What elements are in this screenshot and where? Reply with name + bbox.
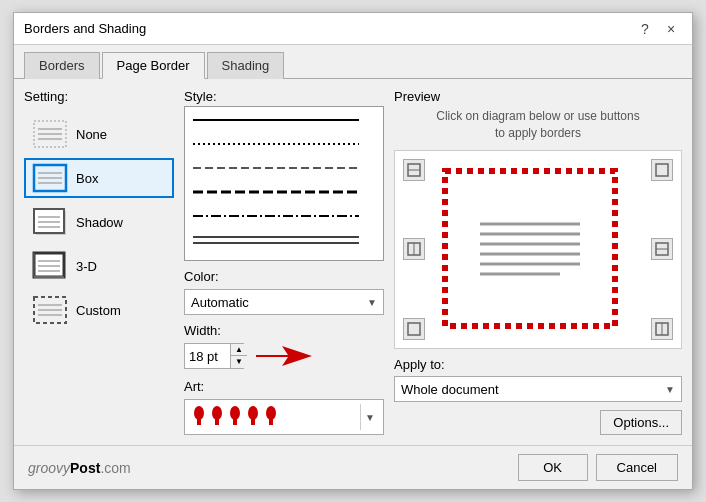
apply-to-dropdown-arrow: ▼ <box>665 384 675 395</box>
options-button[interactable]: Options... <box>600 410 682 435</box>
dialog-body: Setting: None <box>14 79 692 445</box>
borders-and-shading-dialog: Borders and Shading ? × Borders Page Bor… <box>13 12 693 490</box>
tab-page-border[interactable]: Page Border <box>102 52 205 79</box>
art-dropdown-arrow[interactable]: ▼ <box>360 404 379 430</box>
width-section: Width: ▲ ▼ <box>184 323 384 369</box>
svg-rect-48 <box>408 323 420 335</box>
art-preview-container: ▼ <box>184 399 384 435</box>
style-double[interactable] <box>189 231 379 249</box>
style-dash-dot[interactable] <box>189 207 379 225</box>
width-label: Width: <box>184 323 384 338</box>
tab-bar: Borders Page Border Shading <box>14 45 692 79</box>
preview-border-svg <box>395 151 681 348</box>
border-btn-bottom-left[interactable] <box>403 318 425 340</box>
svg-rect-32 <box>197 417 201 425</box>
none-icon <box>32 119 68 149</box>
watermark-text: groovyPost.com <box>28 460 131 476</box>
svg-rect-40 <box>269 417 273 425</box>
setting-label: Setting: <box>24 89 174 104</box>
setting-custom-label: Custom <box>76 303 121 318</box>
width-input[interactable] <box>185 344 230 368</box>
setting-none[interactable]: None <box>24 114 174 154</box>
title-bar: Borders and Shading ? × <box>14 13 692 45</box>
svg-rect-43 <box>656 164 668 176</box>
art-preview <box>189 403 299 431</box>
svg-marker-30 <box>256 346 312 366</box>
border-btn-top-left[interactable] <box>403 159 425 181</box>
border-btn-mid-left[interactable] <box>403 238 425 260</box>
setting-3d[interactable]: 3-D <box>24 246 174 286</box>
width-input-row: ▲ ▼ <box>184 343 384 369</box>
preview-area <box>394 150 682 349</box>
apply-to-section: Apply to: Whole document ▼ Options... <box>394 357 682 435</box>
setting-none-label: None <box>76 127 107 142</box>
color-section: Color: Automatic ▼ <box>184 269 384 315</box>
title-buttons: ? × <box>634 18 682 40</box>
style-list-container[interactable] <box>184 106 384 261</box>
border-btn-top-right-icon <box>655 163 669 177</box>
border-btn-bottom-right-icon <box>655 322 669 336</box>
setting-shadow[interactable]: Shadow <box>24 202 174 242</box>
preview-instruction: Click on diagram below or use buttonsto … <box>394 108 682 142</box>
setting-shadow-label: Shadow <box>76 215 123 230</box>
dialog-buttons: OK Cancel <box>518 454 678 481</box>
color-dropdown[interactable]: Automatic ▼ <box>184 289 384 315</box>
color-dropdown-arrow: ▼ <box>367 297 377 308</box>
preview-section: Preview Click on diagram below or use bu… <box>394 89 682 142</box>
settings-panel: Setting: None <box>24 89 174 435</box>
apply-to-value: Whole document <box>401 382 499 397</box>
color-value: Automatic <box>191 295 249 310</box>
border-btn-mid-right-icon <box>655 242 669 256</box>
setting-box[interactable]: Box <box>24 158 174 198</box>
width-down-button[interactable]: ▼ <box>231 356 247 368</box>
cancel-button[interactable]: Cancel <box>596 454 678 481</box>
style-dotted[interactable] <box>189 135 379 153</box>
box-icon <box>32 163 68 193</box>
border-btn-top-left-icon <box>407 163 421 177</box>
preview-label: Preview <box>394 89 440 104</box>
apply-to-label: Apply to: <box>394 357 682 372</box>
border-btn-bottom-left-icon <box>407 322 421 336</box>
style-dashed-large[interactable] <box>189 183 379 201</box>
svg-rect-38 <box>251 417 255 425</box>
setting-3d-label: 3-D <box>76 259 97 274</box>
border-btn-mid-right[interactable] <box>651 238 673 260</box>
border-btn-mid-left-icon <box>407 242 421 256</box>
custom-icon <box>32 295 68 325</box>
style-section: Style: <box>184 89 384 261</box>
close-button[interactable]: × <box>660 18 682 40</box>
apply-to-dropdown[interactable]: Whole document ▼ <box>394 376 682 402</box>
style-label: Style: <box>184 89 384 104</box>
setting-box-label: Box <box>76 171 98 186</box>
ok-button[interactable]: OK <box>518 454 588 481</box>
setting-custom[interactable]: Custom <box>24 290 174 330</box>
3d-icon <box>32 251 68 281</box>
tab-shading[interactable]: Shading <box>207 52 285 79</box>
middle-panel: Style: <box>184 89 384 435</box>
color-label: Color: <box>184 269 384 284</box>
svg-rect-34 <box>215 417 219 425</box>
art-label: Art: <box>184 379 384 394</box>
border-btn-bottom-right[interactable] <box>651 318 673 340</box>
width-up-button[interactable]: ▲ <box>231 344 247 356</box>
art-preview-svg <box>189 403 299 431</box>
svg-rect-36 <box>233 417 237 425</box>
style-solid[interactable] <box>189 111 379 129</box>
bottom-bar: groovyPost.com OK Cancel <box>14 445 692 489</box>
width-spinner: ▲ ▼ <box>230 344 247 368</box>
art-section: Art: <box>184 379 384 435</box>
shadow-icon <box>32 207 68 237</box>
style-dashed-small[interactable] <box>189 159 379 177</box>
setting-items: None Box <box>24 114 174 330</box>
width-input-container: ▲ ▼ <box>184 343 244 369</box>
dialog-title: Borders and Shading <box>24 21 146 36</box>
svg-rect-51 <box>445 171 615 326</box>
help-button[interactable]: ? <box>634 18 656 40</box>
border-btn-top-right[interactable] <box>651 159 673 181</box>
style-list <box>185 107 383 253</box>
tab-borders[interactable]: Borders <box>24 52 100 79</box>
arrow-indicator <box>252 344 312 368</box>
right-panel: Preview Click on diagram below or use bu… <box>394 89 682 435</box>
